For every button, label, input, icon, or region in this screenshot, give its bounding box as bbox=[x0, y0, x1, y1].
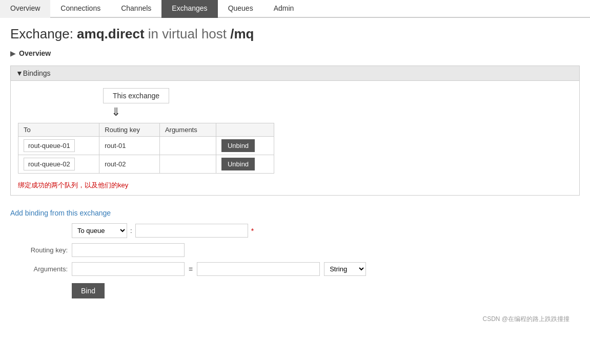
queue-name-input[interactable] bbox=[135, 224, 248, 238]
overview-section: ▶ Overview bbox=[10, 47, 580, 59]
add-binding-form: To queue To exchange : * Routing key: Ar… bbox=[10, 223, 580, 311]
overview-header[interactable]: ▶ Overview bbox=[10, 47, 580, 59]
queue-box-1: rout-queue-01 bbox=[24, 139, 75, 152]
overview-label: Overview bbox=[19, 49, 51, 57]
to-queue-input-row: To queue To exchange : * bbox=[72, 223, 254, 238]
col-actions bbox=[216, 123, 274, 137]
nav-queues[interactable]: Queues bbox=[218, 0, 263, 18]
footer-text: CSDN @在编程的路上跌跌撞撞 bbox=[482, 315, 569, 323]
arguments-value-input[interactable] bbox=[197, 262, 320, 276]
arguments-label: Arguments: bbox=[10, 265, 72, 273]
vhost: /mq bbox=[230, 26, 254, 41]
arguments-cell-1 bbox=[159, 137, 216, 155]
nav-channels[interactable]: Channels bbox=[111, 0, 161, 18]
routing-key-cell-2: rout-02 bbox=[99, 155, 160, 174]
to-queue-row: To queue To exchange : * bbox=[10, 223, 580, 238]
bindings-table-wrap: To Routing key Arguments rout-queue-01 r… bbox=[11, 123, 579, 178]
routing-key-label: Routing key: bbox=[10, 246, 72, 254]
footer: CSDN @在编程的路上跌跌撞撞 bbox=[10, 311, 580, 324]
col-to: To bbox=[18, 123, 99, 137]
bindings-section: ▼ Bindings This exchange ⇓ To Routing ke… bbox=[10, 66, 580, 196]
nav-overview[interactable]: Overview bbox=[0, 0, 50, 18]
exchange-box-label: This exchange bbox=[113, 92, 159, 100]
overview-arrow: ▶ bbox=[10, 49, 16, 57]
arguments-row: Arguments: = String Integer Boolean bbox=[10, 262, 580, 276]
bindings-label: Bindings bbox=[23, 69, 51, 77]
required-star: * bbox=[251, 227, 254, 235]
nav-bar: Overview Connections Channels Exchanges … bbox=[0, 0, 590, 18]
bindings-arrow: ▼ bbox=[16, 69, 23, 77]
queue-box-2: rout-queue-02 bbox=[24, 158, 75, 170]
nav-exchanges[interactable]: Exchanges bbox=[161, 0, 217, 18]
exchange-name: amq.direct bbox=[77, 26, 145, 41]
to-queue-select[interactable]: To queue To exchange bbox=[72, 223, 127, 238]
exchange-box-wrap: This exchange ⇓ bbox=[11, 81, 579, 123]
routing-key-input[interactable] bbox=[72, 243, 185, 257]
equals-sign: = bbox=[189, 265, 193, 273]
annotation-text: 绑定成功的两个队列，以及他们的key bbox=[11, 178, 579, 195]
routing-key-row: Routing key: bbox=[10, 243, 580, 257]
arguments-type-select[interactable]: String Integer Boolean bbox=[324, 262, 366, 276]
nav-connections[interactable]: Connections bbox=[50, 0, 111, 18]
title-prefix: Exchange: bbox=[10, 26, 73, 41]
page-content: Exchange: amq.direct in virtual host /mq… bbox=[0, 18, 590, 332]
colon-symbol: : bbox=[130, 227, 132, 234]
unbind-cell-1: Unbind bbox=[216, 137, 274, 155]
unbind-button-2[interactable]: Unbind bbox=[221, 158, 255, 170]
queue-cell-2: rout-queue-02 bbox=[18, 155, 99, 174]
arguments-key-input[interactable] bbox=[72, 262, 185, 276]
col-arguments: Arguments bbox=[159, 123, 216, 137]
page-title: Exchange: amq.direct in virtual host /mq bbox=[10, 26, 580, 42]
routing-key-cell-1: rout-01 bbox=[99, 137, 160, 155]
unbind-cell-2: Unbind bbox=[216, 155, 274, 174]
queue-cell-1: rout-queue-01 bbox=[18, 137, 99, 155]
add-binding-link[interactable]: Add binding from this exchange bbox=[10, 205, 580, 223]
col-routing-key: Routing key bbox=[99, 123, 160, 137]
bindings-header[interactable]: ▼ Bindings bbox=[11, 66, 579, 81]
bindings-table: To Routing key Arguments rout-queue-01 r… bbox=[18, 123, 274, 174]
arguments-cell-2 bbox=[159, 155, 216, 174]
unbind-button-1[interactable]: Unbind bbox=[221, 139, 255, 152]
table-row: rout-queue-01 rout-01 Unbind bbox=[18, 137, 274, 155]
bind-button[interactable]: Bind bbox=[72, 283, 105, 298]
title-middle: in virtual host bbox=[148, 26, 227, 41]
table-row: rout-queue-02 rout-02 Unbind bbox=[18, 155, 274, 174]
exchange-box: This exchange bbox=[103, 88, 169, 103]
nav-admin[interactable]: Admin bbox=[263, 0, 304, 18]
arrow-down-symbol: ⇓ bbox=[111, 105, 120, 119]
bind-button-row: Bind bbox=[10, 281, 580, 298]
